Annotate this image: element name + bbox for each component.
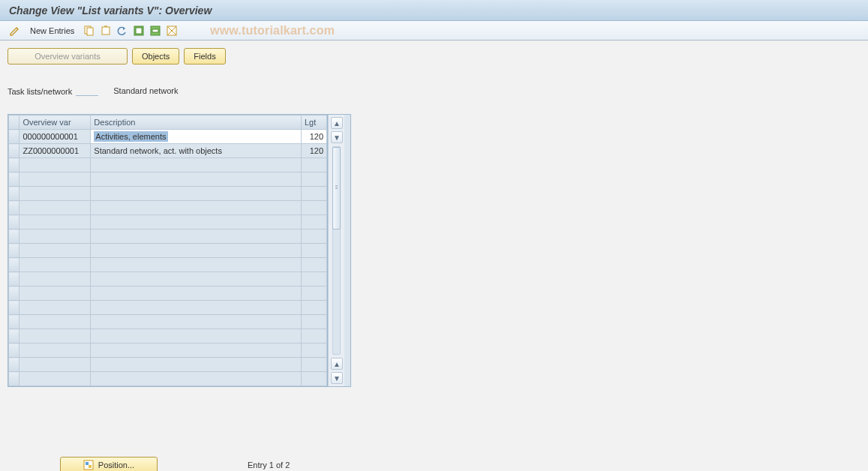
cell-overview-var[interactable]: 000000000001	[20, 130, 91, 144]
row-selector[interactable]	[9, 258, 20, 272]
cell-description[interactable]	[91, 187, 302, 201]
copy-as-icon[interactable]	[83, 25, 95, 37]
cell-description[interactable]: Standard network, act. with objects	[91, 144, 302, 158]
cell-lgt[interactable]	[301, 344, 326, 358]
tab-objects[interactable]: Objects	[132, 48, 179, 64]
table-row[interactable]	[9, 258, 327, 272]
row-selector[interactable]	[9, 187, 20, 201]
cell-lgt[interactable]: 120	[301, 130, 326, 144]
table-row[interactable]	[9, 201, 327, 215]
scroll-up2-icon[interactable]: ▲	[331, 358, 343, 370]
deselect-all-icon[interactable]	[166, 25, 178, 37]
cell-description[interactable]	[91, 272, 302, 286]
cell-description[interactable]: Activities, elements	[91, 130, 302, 144]
table-row[interactable]	[9, 315, 327, 329]
delete-icon[interactable]	[100, 25, 112, 37]
cell-lgt[interactable]	[301, 244, 326, 258]
cell-overview-var[interactable]	[20, 329, 91, 344]
cell-lgt[interactable]	[301, 258, 326, 272]
cell-description[interactable]	[91, 358, 302, 372]
select-block-icon[interactable]	[149, 25, 161, 37]
cell-lgt[interactable]	[301, 301, 326, 315]
scroll-thumb[interactable]	[332, 147, 341, 230]
position-button[interactable]: Position...	[60, 457, 158, 471]
cell-lgt[interactable]	[301, 358, 326, 372]
table-row[interactable]	[9, 286, 327, 301]
tab-fields[interactable]: Fields	[184, 48, 225, 64]
row-selector[interactable]	[9, 244, 20, 258]
table-row[interactable]	[9, 158, 327, 172]
cell-description[interactable]	[91, 344, 302, 358]
cell-overview-var[interactable]	[20, 230, 91, 244]
cell-lgt[interactable]	[301, 272, 326, 286]
row-selector[interactable]	[9, 130, 20, 144]
row-selector[interactable]	[9, 315, 20, 329]
cell-lgt[interactable]	[301, 158, 326, 172]
scroll-down2-icon[interactable]: ▼	[331, 372, 343, 384]
variants-table[interactable]: Overview var Description Lgt 00000000000…	[8, 115, 327, 386]
row-selector[interactable]	[9, 215, 20, 230]
cell-description[interactable]	[91, 201, 302, 215]
row-selector[interactable]	[9, 172, 20, 187]
cell-lgt[interactable]	[301, 230, 326, 244]
row-selector[interactable]	[9, 372, 20, 386]
cell-overview-var[interactable]	[20, 244, 91, 258]
table-header-ovar[interactable]: Overview var	[20, 116, 91, 130]
table-header-desc[interactable]: Description	[91, 116, 302, 130]
table-row[interactable]	[9, 187, 327, 201]
cell-description[interactable]	[91, 230, 302, 244]
row-selector[interactable]	[9, 230, 20, 244]
row-selector[interactable]	[9, 144, 20, 158]
cell-lgt[interactable]	[301, 215, 326, 230]
cell-overview-var[interactable]	[20, 187, 91, 201]
scroll-down-icon[interactable]: ▼	[331, 131, 343, 143]
vertical-scrollbar[interactable]: ▲ ▼ ▲ ▼	[328, 115, 344, 386]
toggle-change-icon[interactable]	[9, 25, 21, 37]
cell-description[interactable]	[91, 301, 302, 315]
table-row[interactable]	[9, 372, 327, 386]
row-selector[interactable]	[9, 201, 20, 215]
cell-description[interactable]	[91, 215, 302, 230]
table-header-lgt[interactable]: Lgt	[301, 116, 326, 130]
cell-overview-var[interactable]	[20, 301, 91, 315]
cell-description[interactable]	[91, 329, 302, 344]
cell-overview-var[interactable]	[20, 358, 91, 372]
select-all-icon[interactable]	[133, 25, 145, 37]
cell-lgt[interactable]	[301, 372, 326, 386]
row-selector[interactable]	[9, 329, 20, 344]
cell-lgt[interactable]	[301, 286, 326, 301]
cell-overview-var[interactable]	[20, 286, 91, 301]
cell-lgt[interactable]	[301, 201, 326, 215]
new-entries-button[interactable]: New Entries	[26, 26, 79, 36]
cell-lgt[interactable]	[301, 329, 326, 344]
table-row[interactable]	[9, 172, 327, 187]
table-header-select[interactable]	[9, 116, 20, 130]
cell-overview-var[interactable]	[20, 158, 91, 172]
table-row[interactable]	[9, 344, 327, 358]
cell-overview-var[interactable]	[20, 201, 91, 215]
cell-lgt[interactable]	[301, 187, 326, 201]
cell-lgt[interactable]	[301, 172, 326, 187]
row-selector[interactable]	[9, 272, 20, 286]
table-row[interactable]	[9, 358, 327, 372]
cell-overview-var[interactable]	[20, 344, 91, 358]
cell-overview-var[interactable]	[20, 372, 91, 386]
table-row[interactable]: 000000000001Activities, elements120	[9, 130, 327, 144]
row-selector[interactable]	[9, 344, 20, 358]
cell-overview-var[interactable]	[20, 315, 91, 329]
table-row[interactable]	[9, 230, 327, 244]
cell-overview-var[interactable]	[20, 272, 91, 286]
cell-overview-var[interactable]: ZZ0000000001	[20, 144, 91, 158]
cell-description[interactable]	[91, 244, 302, 258]
cell-lgt[interactable]	[301, 315, 326, 329]
cell-description[interactable]	[91, 315, 302, 329]
undo-icon[interactable]	[116, 25, 128, 37]
cell-description[interactable]	[91, 372, 302, 386]
cell-overview-var[interactable]	[20, 172, 91, 187]
row-selector[interactable]	[9, 358, 20, 372]
table-row[interactable]	[9, 244, 327, 258]
cell-description[interactable]	[91, 258, 302, 272]
row-selector[interactable]	[9, 301, 20, 315]
table-row[interactable]	[9, 329, 327, 344]
cell-overview-var[interactable]	[20, 215, 91, 230]
